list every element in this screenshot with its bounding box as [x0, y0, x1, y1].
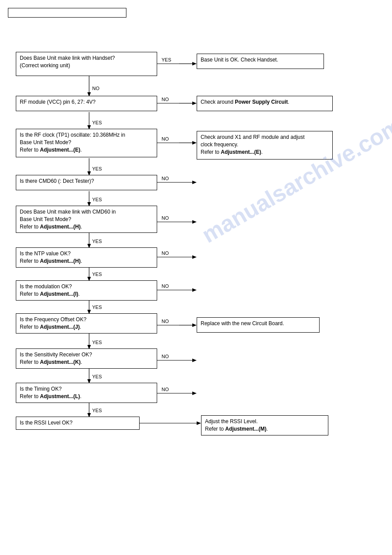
- box-14: Is the Timing OK?Refer to Adjustment...(…: [16, 383, 157, 403]
- box-6: Check around X1 and RF module and adjust…: [197, 131, 333, 160]
- svg-marker-3: [192, 62, 197, 65]
- header-bar: [8, 8, 126, 18]
- svg-text:NO: NO: [162, 215, 169, 221]
- svg-text:NO: NO: [162, 136, 169, 141]
- svg-text:YES: YES: [92, 166, 102, 171]
- svg-text:YES: YES: [92, 197, 102, 202]
- page: manualsarchive.com YES NO NO YES N: [0, 0, 392, 555]
- box-9: Is the NTP value OK?Refer to Adjustment.…: [16, 247, 157, 268]
- box-11: Is the Frequency Offset OK?Refer to Adju…: [16, 313, 157, 334]
- box-13: Is the Sensitivity Receiver OK?Refer to …: [16, 348, 157, 369]
- box-3: RF module (VCC) pin 6, 27: 4V?: [16, 96, 157, 111]
- box-16: Adjust the RSSI Level.Refer to Adjustmen…: [201, 415, 328, 435]
- box-10: Is the modulation OK?Refer to Adjustment…: [16, 280, 157, 301]
- svg-text:YES: YES: [92, 340, 102, 345]
- svg-marker-41: [192, 288, 197, 292]
- box-12: Replace with the new Circuit Board.: [197, 317, 320, 333]
- svg-text:YES: YES: [162, 57, 171, 62]
- svg-text:YES: YES: [92, 408, 102, 413]
- box-4: Check around Power Supply Circuit.: [197, 96, 333, 111]
- svg-marker-23: [192, 181, 197, 184]
- svg-text:NO: NO: [162, 97, 169, 102]
- svg-text:NO: NO: [162, 283, 169, 289]
- box-8: Does Base Unit make link with CMD60 inBa…: [16, 206, 157, 233]
- svg-text:YES: YES: [92, 272, 102, 277]
- svg-text:NO: NO: [162, 250, 169, 256]
- svg-marker-60: [192, 392, 197, 395]
- box-5: Is the RF clock (TP1) oscillate: 10.368M…: [16, 129, 157, 157]
- svg-marker-65: [197, 421, 201, 425]
- box-7: Is there CMD60 (: Dect Tester)?: [16, 175, 157, 190]
- svg-text:NO: NO: [162, 387, 169, 392]
- svg-marker-29: [192, 220, 197, 224]
- svg-marker-48: [192, 323, 197, 327]
- svg-text:NO: NO: [162, 354, 169, 359]
- svg-text:YES: YES: [92, 239, 102, 244]
- svg-text:YES: YES: [92, 120, 102, 125]
- box-1: Does Base Unit make link with Handset?(C…: [16, 52, 157, 76]
- svg-marker-54: [192, 359, 197, 362]
- svg-marker-17: [192, 141, 197, 145]
- svg-text:YES: YES: [92, 305, 102, 310]
- svg-text:NO: NO: [92, 86, 100, 91]
- svg-text:YES: YES: [92, 374, 102, 379]
- box-15: Is the RSSI Level OK?: [16, 417, 140, 430]
- box-2: Base Unit is OK. Check Handset.: [197, 54, 324, 69]
- svg-text:NO: NO: [162, 176, 169, 181]
- svg-text:NO: NO: [162, 319, 169, 324]
- svg-marker-10: [192, 102, 197, 105]
- svg-marker-35: [192, 255, 197, 259]
